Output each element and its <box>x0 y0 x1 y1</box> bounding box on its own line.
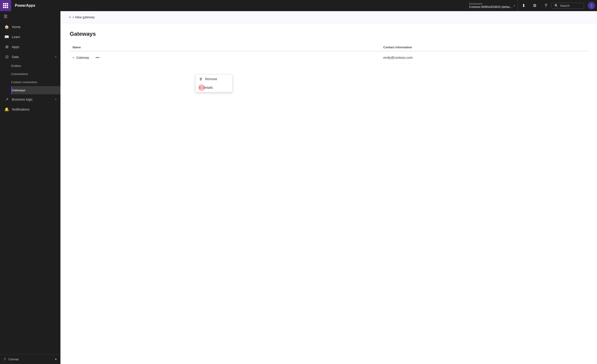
sidebar-item-home[interactable]: 🏠 Home <box>0 22 60 32</box>
notifications-icon: 🔔 <box>4 107 9 112</box>
col-name-header: Name <box>70 44 381 51</box>
sidebar-sub-connections[interactable]: Connections <box>11 70 60 78</box>
sidebar-item-apps[interactable]: ⊞ Apps <box>0 42 60 52</box>
apps-icon: ⊞ <box>4 45 9 49</box>
gateways-table: Name Contact information Gateway ••• <box>70 44 588 64</box>
context-menu-remove-label: Remove <box>205 77 217 81</box>
sidebar-footer: ? Canvas ▾ <box>0 354 60 364</box>
table-row: Gateway ••• emily@contoso.com <box>70 51 588 64</box>
context-menu-remove[interactable]: 🗑 Remove <box>196 75 232 83</box>
topbar-actions: ⬇ ⚙ ? 🔍 Search 👤 <box>518 0 597 11</box>
sidebar-footer-canvas[interactable]: ? Canvas ▾ <box>0 355 60 364</box>
sidebar-item-data[interactable]: ⊡ Data ∧ <box>0 52 60 62</box>
sidebar-item-notifications[interactable]: 🔔 Notifications <box>0 104 60 114</box>
help-icon: ? <box>545 3 547 8</box>
help-circle-icon: ? <box>4 357 6 361</box>
page-title: Gateways <box>70 31 588 37</box>
sidebar-collapse-button[interactable]: ☰ <box>0 11 60 22</box>
gateway-name-cell: Gateway ••• <box>70 51 381 64</box>
sidebar-item-business-logic[interactable]: ↗ Business logic ∨ <box>0 94 60 104</box>
sidebar-item-apps-label: Apps <box>12 45 57 49</box>
gateway-more-button[interactable]: ••• <box>94 55 101 61</box>
sidebar-item-data-label: Data <box>12 55 52 59</box>
context-menu-details-label: Details <box>203 86 213 90</box>
avatar[interactable]: 👤 <box>588 2 595 9</box>
context-menu-details[interactable]: ℹ Details <box>196 83 232 92</box>
learn-icon: 📖 <box>4 35 9 39</box>
footer-chevron-icon: ▾ <box>55 357 57 361</box>
app-brand: PowerApps <box>11 3 39 8</box>
gateway-name-text: Gateway <box>76 56 89 60</box>
context-menu: 🗑 Remove ℹ Details <box>195 74 233 92</box>
page-body: Gateways Name Contact information Gatewa… <box>60 23 597 364</box>
new-gateway-button[interactable]: + + New gateway <box>66 14 97 21</box>
business-logic-chevron-icon: ∨ <box>55 98 57 101</box>
settings-button[interactable]: ⚙ <box>529 0 540 11</box>
business-logic-icon: ↗ <box>4 97 9 101</box>
search-label: Search <box>560 4 570 8</box>
home-icon: 🏠 <box>4 25 9 29</box>
remove-icon: 🗑 <box>199 77 203 81</box>
sidebar-sub-entities[interactable]: Entities <box>11 62 60 70</box>
app-body: ☰ 🏠 Home 📖 Learn ⊞ Apps ⊡ Data ∧ Entitie… <box>0 11 597 364</box>
search-icon: 🔍 <box>554 4 558 8</box>
footer-canvas-label: Canvas <box>8 357 19 361</box>
settings-icon: ⚙ <box>533 3 537 8</box>
waffle-icon <box>3 3 8 8</box>
sidebar-item-home-label: Home <box>12 25 57 29</box>
help-button[interactable]: ? <box>540 0 551 11</box>
plus-icon: + <box>69 15 71 19</box>
download-icon: ⬇ <box>522 3 525 8</box>
sidebar-item-business-logic-label: Business logic <box>12 98 52 101</box>
details-icon: ℹ <box>199 85 201 90</box>
topbar: PowerApps Environment Contoso M365x93383… <box>0 0 597 11</box>
download-button[interactable]: ⬇ <box>518 0 529 11</box>
environment-name: Contoso M365x933833 (defau... <box>469 5 512 9</box>
main-content: + + New gateway Gateways Name Contact in… <box>60 11 597 364</box>
sidebar-item-notifications-label: Notifications <box>12 107 57 111</box>
gateway-row-name: Gateway ••• <box>72 55 378 61</box>
environment-selector[interactable]: Environment Contoso M365x933833 (defau..… <box>466 0 518 11</box>
avatar-initials: 👤 <box>589 4 593 8</box>
environment-label: Environment <box>469 3 512 5</box>
search-box[interactable]: 🔍 Search <box>551 3 584 9</box>
toolbar: + + New gateway <box>60 11 597 23</box>
sidebar: ☰ 🏠 Home 📖 Learn ⊞ Apps ⊡ Data ∧ Entitie… <box>0 11 60 364</box>
sidebar-sub-custom-connectors[interactable]: Custom connectors <box>11 78 60 86</box>
environment-chevron-icon: ▾ <box>514 4 515 7</box>
sidebar-item-learn-label: Learn <box>12 35 57 39</box>
waffle-menu[interactable] <box>0 0 11 11</box>
data-chevron-icon: ∧ <box>55 55 57 58</box>
sidebar-item-learn[interactable]: 📖 Learn <box>0 32 60 42</box>
gateway-contact-cell: emily@contoso.com <box>381 51 588 64</box>
data-icon: ⊡ <box>4 55 9 59</box>
new-gateway-label: + New gateway <box>72 15 95 19</box>
sidebar-data-submenu: Entities Connections Custom connectors G… <box>0 62 60 94</box>
col-contact-header: Contact information <box>381 44 588 51</box>
gateway-status-dot <box>72 57 74 59</box>
sidebar-sub-gateways[interactable]: Gateways <box>11 86 60 94</box>
